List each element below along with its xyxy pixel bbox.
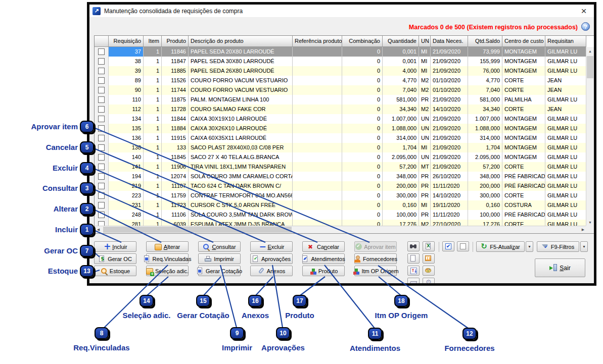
selecao-adic-button[interactable]: Seleção adic. bbox=[146, 266, 189, 276]
table-row[interactable]: 112111728COURO SALMAO FAKE COR034,340M21… bbox=[95, 105, 586, 114]
table-row[interactable]: 38111847PAPEL SEDA 30X80 LARROUDÉ00,001M… bbox=[95, 57, 586, 66]
row-checkbox[interactable] bbox=[98, 106, 105, 113]
row-checkbox[interactable] bbox=[98, 48, 105, 55]
table-row[interactable]: 110111875PALM. MONTAGEM LINHA 1000581,00… bbox=[95, 95, 586, 105]
table-cell: 11/11/2020 bbox=[431, 181, 468, 191]
vertical-scrollbar[interactable]: ▲ ▼ bbox=[586, 47, 594, 226]
column-header-descricao-do-produto[interactable]: Descrição do produto bbox=[189, 36, 293, 47]
new-document-button[interactable] bbox=[407, 253, 420, 264]
row-checkbox[interactable] bbox=[98, 125, 105, 132]
help-icon[interactable]: ? bbox=[581, 22, 590, 31]
incluir-button[interactable]: Incluir bbox=[94, 241, 136, 252]
row-checkbox[interactable] bbox=[98, 183, 105, 189]
table-row[interactable]: 223111759CONTRAF TERMOFORT 804 MO.AN5660… bbox=[95, 191, 586, 200]
table-row[interactable]: 140111845SACO 27 X 40 TELA ALG.BRANCA02.… bbox=[95, 152, 586, 162]
column-header-referencia-produto[interactable]: Referência produto bbox=[293, 36, 342, 47]
settings-gear-button[interactable] bbox=[423, 278, 435, 286]
row-checkbox[interactable] bbox=[98, 164, 105, 170]
table-row[interactable]: 39111885PAPEL SEDA 26X80 LARROUDÉ04,000M… bbox=[95, 66, 586, 76]
select-all-button[interactable]: ✔ bbox=[442, 241, 454, 251]
column-header-requisitan[interactable]: Requisitan bbox=[545, 36, 586, 47]
fornecedores-button[interactable]: Fornecedores bbox=[354, 253, 397, 264]
f9-dropdown-button[interactable]: ▾ bbox=[580, 241, 588, 252]
column-header-produto[interactable]: Produto bbox=[162, 36, 189, 47]
table-cell: 581,000 bbox=[468, 95, 502, 105]
table-row[interactable]: 231111723CURSOR C STK 5,0 ARGN FREE00,16… bbox=[95, 200, 586, 210]
row-checkbox[interactable] bbox=[98, 68, 105, 74]
atendimentos-button[interactable]: Atendimentos bbox=[302, 253, 345, 264]
row-checkbox[interactable] bbox=[98, 135, 105, 141]
table-row[interactable]: 219111107TACO 624 C TAN DARK BROWN C/020… bbox=[95, 181, 586, 191]
anexos-button[interactable]: Anexos bbox=[250, 266, 293, 276]
table-row[interactable]: 194112074SOLA COURO 3MM CARAMELO CORTAD0… bbox=[95, 172, 586, 181]
row-checkbox[interactable] bbox=[98, 87, 105, 93]
row-checkbox[interactable] bbox=[98, 77, 105, 84]
scroll-down-icon[interactable]: ▼ bbox=[586, 218, 594, 226]
table-cell: MONTAGEM bbox=[502, 143, 545, 152]
aprovacoes-button[interactable]: Aprovações bbox=[250, 253, 293, 264]
binoculars-button[interactable] bbox=[407, 241, 420, 251]
status-marked-text: Marcados 0 de 500 (Existem registros não… bbox=[409, 24, 578, 31]
row-checkbox[interactable] bbox=[98, 58, 105, 65]
table-row[interactable]: 136111915CAIXA 60X35X11 LARROUDÉ0314,000… bbox=[95, 133, 586, 143]
aprovar-item-button[interactable]: Aprovar item bbox=[354, 241, 397, 252]
column-header-centro-de-custo[interactable]: Centro de custo bbox=[502, 36, 545, 47]
column-header-un[interactable]: UN bbox=[419, 36, 431, 47]
column-header-data-neces[interactable]: Data Neces. bbox=[431, 36, 468, 47]
gerar-cotacao-button[interactable]: Gerar Cotação bbox=[198, 266, 241, 276]
column-header-requisicao[interactable]: Requisição bbox=[109, 36, 144, 47]
f9-filtros-button[interactable]: F9-Filtros bbox=[537, 241, 579, 252]
req-vinculadas-button[interactable]: Req.Vinculadas bbox=[146, 253, 189, 264]
sair-button[interactable]: Sair bbox=[535, 258, 585, 277]
table-row[interactable]: 37111846PAPEL SEDA 20X80 LARROUDÉ00,001M… bbox=[95, 47, 586, 57]
row-checkbox[interactable] bbox=[98, 173, 105, 180]
f5-dropdown-button[interactable]: ▾ bbox=[526, 241, 533, 252]
consultar-button[interactable]: Consultar bbox=[198, 241, 241, 252]
table-row[interactable]: 141111906TIRA VINIL 18X1,1MM TRANSPAREN0… bbox=[95, 162, 586, 172]
row-checkbox[interactable] bbox=[98, 116, 105, 122]
row-checkbox[interactable] bbox=[98, 192, 105, 199]
vertical-scroll-thumb[interactable] bbox=[587, 56, 593, 78]
column-header-item[interactable]: Item bbox=[144, 36, 162, 47]
table-row[interactable]: 90111744COURO FORRO VACUM VESTUARIO07,04… bbox=[95, 85, 586, 95]
scroll-left-icon[interactable]: ◀ bbox=[95, 226, 102, 233]
deselect-all-button[interactable] bbox=[457, 241, 469, 251]
annotation-badge-8: 8 bbox=[95, 327, 109, 339]
row-checkbox[interactable] bbox=[98, 96, 105, 103]
column-header-checkbox[interactable] bbox=[95, 36, 109, 47]
alterar-button[interactable]: Alterar bbox=[146, 241, 189, 252]
scroll-up-icon[interactable]: ▲ bbox=[586, 47, 594, 55]
table-row[interactable]: 89111526COURO FORRO VACUM VESTUARIO04,77… bbox=[95, 76, 586, 85]
table-row[interactable]: 1381133SACO PLAST 28X40X0,03 C/08 PER01,… bbox=[95, 143, 586, 152]
itm-op-origem-button[interactable]: Itm OP Origem bbox=[354, 266, 397, 276]
f5-atualizar-button[interactable]: F5-Atualizar bbox=[476, 241, 525, 252]
export-excel-button[interactable] bbox=[423, 241, 435, 251]
horizontal-scroll-thumb[interactable] bbox=[103, 227, 292, 233]
estoque-button[interactable]: Estoque bbox=[94, 266, 136, 276]
eraser-button[interactable] bbox=[407, 278, 420, 286]
cancelar-button[interactable]: Cancelar bbox=[302, 241, 345, 252]
column-header-quantidade[interactable]: Quantidade bbox=[383, 36, 419, 47]
produto-button[interactable]: Produto bbox=[302, 266, 345, 276]
horizontal-scrollbar[interactable]: ◀ ▶ bbox=[95, 226, 587, 233]
table-cell: GILMAR LU bbox=[545, 124, 586, 133]
imprimir-button[interactable]: Imprimir bbox=[198, 253, 241, 264]
row-checkbox[interactable] bbox=[98, 202, 105, 209]
close-icon[interactable]: × bbox=[578, 5, 590, 17]
calendar-button[interactable] bbox=[423, 253, 435, 264]
table-row[interactable]: 134111844CAIXA 30X19X10 LARROUDÉ01.007,0… bbox=[95, 114, 586, 124]
excluir-button[interactable]: Excluir bbox=[250, 241, 293, 252]
table-cell: 100,000 bbox=[383, 210, 419, 220]
row-checkbox[interactable] bbox=[98, 212, 105, 218]
gerar-oc-button[interactable]: Gerar OC bbox=[94, 253, 136, 264]
column-header-qtd-saldo[interactable]: Qtd.Saldo bbox=[468, 36, 502, 47]
column-header-combinacao[interactable]: Combinação bbox=[342, 36, 383, 47]
sort-button[interactable] bbox=[407, 266, 420, 276]
row-checkbox[interactable] bbox=[98, 154, 105, 161]
table-row[interactable]: 135111884CAIXA 30X26X10 LARROUDÉ01.088,0… bbox=[95, 124, 586, 133]
table-row[interactable]: 248111106SOLA COURO 3,5MM TAN DARK BROW0… bbox=[95, 210, 586, 220]
table-cell: 0 bbox=[342, 172, 383, 181]
consultar-label: Consultar bbox=[212, 244, 236, 250]
palette-button[interactable] bbox=[423, 266, 435, 276]
row-checkbox[interactable] bbox=[98, 144, 105, 151]
